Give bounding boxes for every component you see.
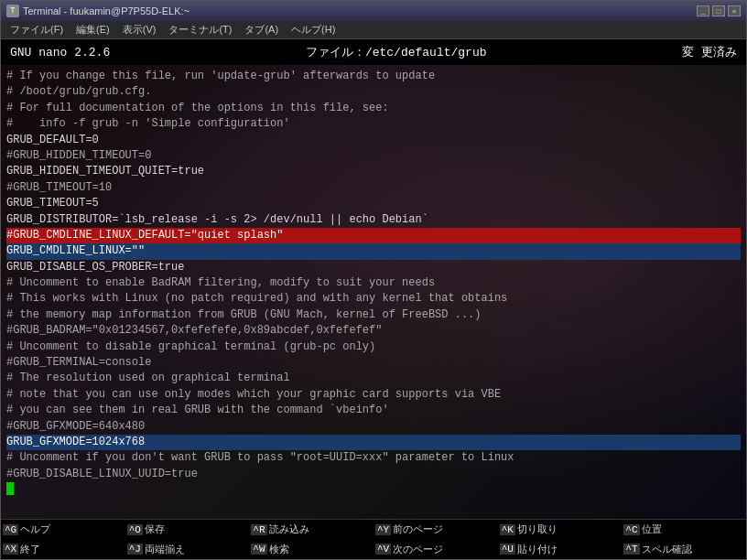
editor-line: GRUB_GFXMODE=1024x768: [6, 435, 741, 450]
footer-row-1: ^Gヘルプ^O保存^R読み込み^Y前のページ^K切り取り^C位置: [1, 520, 746, 540]
nano-file-path: ファイル：/etc/default/grub: [306, 44, 487, 60]
editor-line: #GRUB_GFXMODE=640x480: [6, 419, 741, 435]
footer-label: スペル確認: [642, 543, 692, 556]
footer-item: ^Y前のページ: [374, 522, 498, 536]
editor-line: # /boot/grub/grub.cfg.: [6, 84, 741, 100]
menu-item[interactable]: タブ(A): [239, 22, 284, 38]
menu-item[interactable]: 表示(V): [117, 22, 162, 38]
menu-item[interactable]: ターミナル(T): [163, 22, 237, 38]
editor-line: # Uncomment to enable BadRAM filtering, …: [6, 275, 741, 291]
menubar: ファイル(F)編集(E)表示(V)ターミナル(T)タブ(A)ヘルプ(H): [1, 21, 746, 39]
editor-line: # the memory map information from GRUB (…: [6, 307, 741, 323]
titlebar: T Terminal - fuukamin@P7P55D-ELK:~ _ □ ×: [1, 1, 746, 21]
terminal-window: T Terminal - fuukamin@P7P55D-ELK:~ _ □ ×…: [0, 0, 747, 560]
footer-item: ^V次のページ: [374, 543, 498, 556]
editor-line: # The resolution used on graphical termi…: [6, 371, 741, 386]
editor-area[interactable]: # If you change this file, run 'update-g…: [1, 65, 746, 519]
editor-line: # For full documentation of the options …: [6, 101, 741, 116]
cursor: [6, 482, 14, 495]
footer-item: ^Gヘルプ: [1, 522, 125, 536]
editor-line: GRUB_TIMEOUT=5: [6, 196, 741, 211]
editor-line: #GRUB_CMDLINE_LINUX_DEFAULT="quiet splas…: [6, 228, 741, 243]
menu-item[interactable]: ファイル(F): [5, 22, 69, 38]
footer-item: ^J両端揃え: [125, 543, 250, 556]
editor-line: # info -f grub -n 'Simple configuration': [6, 116, 741, 132]
footer: ^Gヘルプ^O保存^R読み込み^Y前のページ^K切り取り^C位置 ^X終了^J両…: [1, 519, 746, 559]
editor-line: #GRUB_DISABLE_LINUX_UUID=true: [6, 467, 741, 482]
nano-app-name: GNU nano 2.2.6: [10, 46, 110, 59]
editor-line: GRUB_DISTRIBUTOR=`lsb_release -i -s 2> /…: [6, 212, 741, 228]
footer-item: ^K切り取り: [498, 522, 622, 536]
editor-line: GRUB_DISABLE_OS_PROBER=true: [6, 260, 741, 275]
footer-label: 位置: [642, 522, 662, 536]
footer-item: ^C位置: [622, 522, 746, 536]
editor-line: #GRUB_TERMINAL=console: [6, 355, 741, 371]
footer-label: 前のページ: [393, 522, 443, 536]
terminal-icon: T: [6, 5, 19, 17]
editor-line: # you can see them in real GRUB with the…: [6, 403, 741, 418]
footer-key: ^T: [623, 544, 639, 555]
footer-key: ^C: [623, 524, 639, 535]
footer-label: ヘルプ: [20, 522, 50, 536]
editor-line: GRUB_CMDLINE_LINUX="": [6, 243, 741, 259]
editor-line: #GRUB_TIMEOUT=10: [6, 180, 741, 196]
footer-item: ^X終了: [1, 543, 125, 556]
footer-label: 切り取り: [517, 522, 558, 536]
editor-line: # If you change this file, run 'update-g…: [6, 69, 741, 84]
footer-key: ^K: [500, 524, 515, 535]
menu-item[interactable]: ヘルプ(H): [286, 22, 341, 38]
footer-label: 両端揃え: [145, 543, 185, 556]
editor-line: # This works with Linux (no patch requir…: [6, 291, 741, 307]
footer-label: 読み込み: [269, 522, 309, 536]
footer-label: 保存: [145, 522, 165, 536]
menu-item[interactable]: 編集(E): [70, 22, 115, 38]
maximize-button[interactable]: □: [712, 5, 725, 16]
footer-item: ^U貼り付け: [498, 543, 622, 556]
footer-item: ^Tスペル確認: [622, 543, 746, 556]
footer-key: ^W: [251, 544, 266, 555]
footer-label: 次のページ: [393, 543, 443, 556]
titlebar-controls: _ □ ×: [697, 5, 741, 16]
footer-item: ^R読み込み: [249, 522, 374, 536]
titlebar-left: T Terminal - fuukamin@P7P55D-ELK:~: [6, 5, 189, 17]
editor-line: # note that you can use only modes which…: [6, 387, 741, 403]
titlebar-title: Terminal - fuukamin@P7P55D-ELK:~: [23, 5, 189, 16]
footer-row-2: ^X終了^J両端揃え^W検索^V次のページ^U貼り付け^Tスペル確認: [1, 540, 746, 560]
footer-item: ^O保存: [125, 522, 250, 536]
footer-key: ^R: [251, 524, 266, 535]
editor-content[interactable]: # If you change this file, run 'update-g…: [1, 65, 746, 502]
footer-key: ^J: [127, 544, 143, 555]
editor-line: # Uncomment if you don't want GRUB to pa…: [6, 450, 741, 466]
footer-key: ^G: [3, 524, 18, 535]
minimize-button[interactable]: _: [697, 5, 709, 16]
editor-line: GRUB_DEFAULT=0: [6, 133, 741, 148]
footer-key: ^Y: [375, 524, 391, 535]
footer-key: ^U: [500, 544, 515, 555]
footer-label: 終了: [20, 543, 40, 556]
footer-item: ^W検索: [249, 543, 374, 556]
editor-line: #GRUB_BADRAM="0x01234567,0xfefefefe,0x89…: [6, 323, 741, 339]
footer-key: ^O: [127, 524, 143, 535]
footer-label: 貼り付け: [517, 543, 558, 556]
editor-line: #GRUB_HIDDEN_TIMEOUT=0: [6, 148, 741, 164]
footer-key: ^X: [3, 544, 18, 555]
close-button[interactable]: ×: [728, 5, 741, 16]
nano-header: GNU nano 2.2.6 ファイル：/etc/default/grub 変 …: [1, 39, 746, 65]
footer-key: ^V: [375, 544, 391, 555]
editor-line: GRUB_HIDDEN_TIMEOUT_QUIET=true: [6, 164, 741, 179]
editor-line: # Uncomment to disable graphical termina…: [6, 339, 741, 355]
footer-label: 検索: [269, 543, 289, 556]
nano-modified: 変 更済み: [682, 44, 737, 60]
